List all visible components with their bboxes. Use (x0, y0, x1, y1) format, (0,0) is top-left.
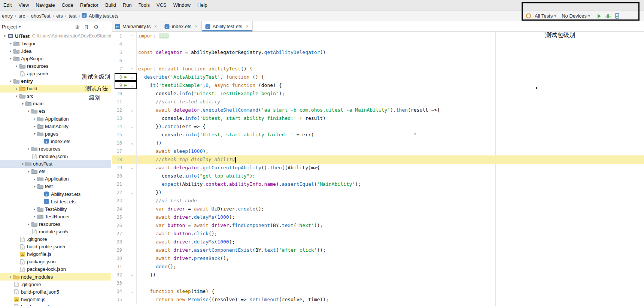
code-row-line-35[interactable]: 35 return new Promise((resolve) => setTi… (112, 296, 644, 304)
code-row-line-24[interactable]: 24 var driver = await UiDriver.create(); (112, 205, 644, 213)
tree-item-module.json5[interactable]: {}module.json5 (0, 228, 111, 235)
tree-item-.idea[interactable]: ▸.idea (0, 47, 111, 55)
gutter-fold-icon[interactable]: ⌄ (129, 73, 135, 81)
tree-expand-arrow[interactable]: ▾ (32, 132, 37, 136)
tree-expand-arrow[interactable]: ▾ (2, 34, 7, 38)
menu-item-tools[interactable]: Tools (135, 0, 153, 10)
menu-item-window[interactable]: Window (170, 0, 194, 10)
tree-expand-arrow[interactable]: ▾ (20, 102, 25, 106)
tree-expand-arrow[interactable]: ▾ (14, 94, 19, 98)
code-row-line-22[interactable]: 22⌄ }) (112, 188, 644, 197)
tree-item-build-profile.json5[interactable]: {}build-profile.json5 (0, 243, 111, 251)
tree-expand-arrow[interactable]: ▸ (26, 222, 31, 226)
code-row-line-4[interactable]: 4 (112, 40, 644, 48)
run-icon[interactable] (596, 13, 602, 19)
tree-item-package-lock.json[interactable]: {}package-lock.json (0, 266, 111, 273)
project-panel-title[interactable]: Project (2, 24, 17, 30)
menu-item-build[interactable]: Build (102, 0, 119, 10)
code-row-line-12[interactable]: 12⌄ await delegator.executeShellCommand(… (112, 106, 644, 114)
code-row-line-11[interactable]: 11 //start tested ability (112, 98, 644, 106)
code-row-line-32[interactable]: 32⌄ }) (112, 271, 644, 279)
code-row-line-27[interactable]: 27 await button.click(); (112, 230, 644, 238)
tree-item-build-profile.json5[interactable]: {}build-profile.json5 (0, 288, 111, 296)
gutter-run-test-icon[interactable]: ▶ (122, 73, 129, 81)
tree-expand-arrow[interactable]: ▸ (8, 42, 13, 45)
tree-expand-arrow[interactable]: ▾ (20, 162, 25, 166)
tree-item-local.properties[interactable]: local.properties (0, 303, 111, 306)
tab-Ability.test.ets[interactable]: eAbility.test.ets× (202, 21, 253, 31)
code-row-line-26[interactable]: 26 var button = await driver.findCompone… (112, 221, 644, 230)
code-row-line-28[interactable]: 28 await driver.delayMs(1000); (112, 238, 644, 246)
gutter-fold-icon[interactable]: − (129, 65, 135, 73)
tree-item-Application[interactable]: ▸Application (0, 175, 111, 183)
menu-item-run[interactable]: Run (119, 0, 135, 10)
tree-item-module.json5[interactable]: {}module.json5 (0, 153, 111, 160)
breadcrumb-item[interactable]: ohosTest (30, 13, 51, 19)
code-row-line-19[interactable]: 19⌄ await delegator.getCurrentTopAbility… (112, 164, 644, 172)
gutter-fold-icon[interactable]: ⌄ (129, 106, 135, 114)
tab-close-icon[interactable]: × (246, 24, 249, 29)
locate-icon[interactable]: ⊕ (75, 24, 80, 30)
code-row-line-31[interactable]: 31 done(); (112, 263, 644, 271)
tree-item-pages[interactable]: ▾pages (0, 130, 111, 137)
gutter-fold-icon[interactable]: ⌄ (129, 139, 135, 147)
menu-item-edit[interactable]: Edit (0, 0, 15, 10)
tree-item-Ability.test.ets[interactable]: eAbility.test.ets (0, 190, 111, 198)
tree-item-Application[interactable]: ▸Application (0, 115, 111, 122)
tree-item-hvigorfile.js[interactable]: JShvigorfile.js (0, 251, 111, 258)
breadcrumb-item[interactable]: entry (1, 13, 13, 19)
tree-item-ohosTest[interactable]: ▾ohosTest (0, 160, 111, 168)
menu-item-vcs[interactable]: VCS (153, 0, 170, 10)
tree-item-test[interactable]: ▾test (0, 183, 111, 190)
code-row-line-10[interactable]: 10 console.info("uitest: TestUiExample b… (112, 90, 644, 98)
tree-expand-arrow[interactable]: ▾ (32, 185, 37, 188)
tree-expand-arrow[interactable]: ▸ (32, 215, 37, 218)
tree-item-ets[interactable]: ▾ets (0, 107, 111, 115)
menu-item-help[interactable]: Help (194, 0, 211, 10)
gutter-fold-icon[interactable]: ⌄ (129, 287, 135, 296)
code-row-line-34[interactable]: 34⌄ function sleep(time) { (112, 287, 644, 296)
tree-expand-arrow[interactable]: ▸ (8, 275, 13, 279)
tree-item-resources[interactable]: ▸resources (0, 220, 111, 228)
code-row-line-18[interactable]: 18 //check top display ability (112, 155, 644, 164)
code-row-line-30[interactable]: 30 await driver.pressBack(); (112, 254, 644, 263)
profiler-icon[interactable] (614, 13, 620, 19)
tree-expand-arrow[interactable]: ▸ (32, 177, 37, 181)
debug-icon[interactable] (605, 13, 611, 19)
tree-item-index.ets[interactable]: eindex.ets (0, 137, 111, 145)
tree-expand-arrow[interactable]: ▾ (8, 57, 13, 60)
tree-item-MainAbility[interactable]: ▸MainAbility (0, 122, 111, 130)
tree-expand-arrow[interactable]: ▸ (8, 49, 13, 53)
code-row-line-16[interactable]: 16⌄ }) (112, 139, 644, 147)
tree-item-TestAbility[interactable]: ▸TestAbility (0, 205, 111, 213)
hide-panel-icon[interactable]: ─ (103, 24, 107, 30)
menu-item-refactor[interactable]: Refactor (77, 0, 102, 10)
code-row-line-20[interactable]: 20 console.info("get top ability"); (112, 172, 644, 180)
tree-expand-arrow[interactable]: ▾ (26, 109, 31, 113)
menu-item-code[interactable]: Code (58, 0, 77, 10)
code-row-line-13[interactable]: 13 console.info('Uitest, start ability f… (112, 114, 644, 122)
tree-item-ets[interactable]: ▾ets (0, 168, 111, 175)
tree-item-TestRunner[interactable]: ▸TestRunner (0, 213, 111, 220)
code-row-line-8[interactable]: 8▶⌄ describe('ActsAbilityTest', function… (112, 73, 644, 81)
gutter-run-test-icon[interactable]: ▶ (122, 81, 129, 90)
gutter-fold-icon[interactable]: ⌄ (129, 164, 135, 172)
tree-item-AppScope[interactable]: ▾AppScope (0, 55, 111, 62)
tree-item-UiTest[interactable]: ▾UiTestC:\Users\Administrator\DevEcoStud… (0, 32, 111, 40)
tree-item-nodemodules[interactable]: ▸node_modules (0, 273, 111, 281)
tree-item-List.test.ets[interactable]: eList.test.ets (0, 198, 111, 205)
tree-item-.gitignore[interactable]: .gitignore (0, 236, 111, 243)
device-dropdown[interactable]: No Devices ▾ (562, 13, 590, 19)
menu-item-view[interactable]: View (15, 0, 32, 10)
tree-item-package.json[interactable]: {}package.json (0, 258, 111, 266)
code-row-line-14[interactable]: 14⌄ }).catch(err => { (112, 122, 644, 131)
gutter-fold-icon[interactable]: ⌄ (129, 188, 135, 197)
tab-MainAbility.ts[interactable]: TSMainAbility.ts× (112, 21, 161, 31)
tree-item-.hvigor[interactable]: ▸.hvigor (0, 40, 111, 47)
tab-close-icon[interactable]: × (154, 24, 157, 29)
breadcrumb-item[interactable]: test (68, 13, 77, 19)
tree-expand-arrow[interactable]: ▸ (14, 64, 19, 68)
code-row-line-23[interactable]: 23 //ui test code (112, 197, 644, 205)
tree-item-.gitignore[interactable]: .gitignore (0, 281, 111, 288)
tree-item-hvigorfile.js[interactable]: JShvigorfile.js (0, 296, 111, 303)
